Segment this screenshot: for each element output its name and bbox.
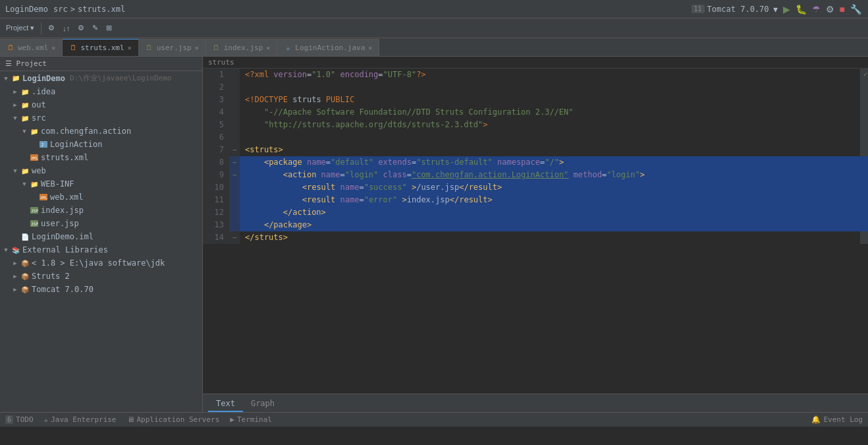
tab-close-web-xml[interactable]: ✕	[51, 44, 55, 51]
linenum-7: 7	[203, 144, 229, 156]
coverage-btn[interactable]: ☂	[811, 3, 822, 16]
debug-btn[interactable]: 🐛	[794, 3, 808, 16]
tree-item-struts-xml[interactable]: ▶ XML struts.xml	[0, 151, 202, 164]
code-2	[240, 81, 860, 94]
label-struts-xml: struts.xml	[41, 153, 88, 162]
gutter-12	[860, 206, 868, 219]
tree-item-action-pkg[interactable]: ▼ 📁 com.chengfan.action	[0, 125, 202, 138]
icon-index-jsp: JSP	[30, 206, 39, 215]
arrow-tomcat: ▶	[12, 286, 18, 293]
event-log-icon: 🔔	[811, 415, 821, 424]
tab-user-jsp[interactable]: 🗒 user.jsp ✕	[139, 39, 206, 56]
fold-11	[229, 194, 240, 206]
tree-item-idea[interactable]: ▶ 📁 .idea	[0, 85, 202, 98]
tab-text[interactable]: Text	[208, 396, 243, 412]
tree-item-jdk[interactable]: ▶ 📦 < 1.8 > E:\java software\jdk	[0, 256, 202, 270]
run-config-indicator: 11	[692, 5, 705, 13]
line-12: 12 </action>	[203, 206, 868, 219]
edit-btn[interactable]: ✎	[89, 22, 101, 34]
folder-icon-action: 📁	[30, 127, 39, 136]
status-java-enterprise[interactable]: ☕ Java Enterprise	[44, 415, 117, 424]
fold-7[interactable]: −	[229, 144, 240, 156]
arrow-web: ▼	[12, 167, 18, 174]
status-terminal[interactable]: ▶ Terminal	[230, 415, 272, 424]
tree-item-logindemo[interactable]: ▼ 📁 LoginDemo D:\作业\javaee\LoginDemo	[0, 71, 202, 85]
tree-item-webinf[interactable]: ▼ 📁 WEB-INF	[0, 177, 202, 191]
tab-label-index-jsp: index.jsp	[224, 44, 263, 52]
svg-text:JSP: JSP	[31, 208, 38, 213]
sync-btn[interactable]: ↓↑	[59, 23, 73, 34]
terminal-icon: ▶	[230, 415, 234, 424]
tab-close-login-action[interactable]: ✕	[368, 44, 372, 51]
linenum-4: 4	[203, 106, 229, 119]
gutter-1: ✓	[860, 69, 868, 81]
tab-close-user-jsp[interactable]: ✕	[195, 44, 199, 51]
tab-graph[interactable]: Graph	[243, 396, 283, 412]
tree-item-src[interactable]: ▼ 📁 src	[0, 111, 202, 125]
gutter-5	[860, 119, 868, 131]
config-btn[interactable]: ⚙	[74, 22, 88, 34]
gutter-14	[860, 231, 868, 244]
label-logindemo-iml: LoginDemo.iml	[32, 232, 94, 241]
profile-btn[interactable]: ⚙	[825, 3, 836, 16]
status-app-servers[interactable]: 🖥 Application Servers	[127, 415, 220, 424]
event-log[interactable]: 🔔 Event Log	[811, 415, 863, 424]
tab-index-jsp[interactable]: 🗒 index.jsp ✕	[206, 39, 278, 56]
icon-struts2: 📦	[20, 272, 30, 281]
tools-btn[interactable]: 🔧	[849, 3, 863, 16]
tomcat-dropdown-btn[interactable]: ▾	[772, 3, 779, 16]
tree-item-web-xml[interactable]: ▶ XML web.xml	[0, 191, 202, 204]
run-btn[interactable]: ▶	[782, 3, 792, 16]
label-web-xml: web.xml	[50, 193, 84, 202]
fold-5	[229, 119, 240, 131]
linenum-2: 2	[203, 81, 229, 94]
linenum-3: 3	[203, 94, 229, 106]
arrow-logindemo: ▼	[3, 75, 9, 82]
gutter-4	[860, 106, 868, 119]
tree-item-struts2[interactable]: ▶ 📦 Struts 2	[0, 270, 202, 283]
settings-btn[interactable]: ⚙	[45, 22, 58, 34]
project-btn[interactable]: Project ▾	[3, 22, 38, 34]
tree-item-web[interactable]: ▼ 📁 web	[0, 164, 202, 177]
fold-13	[229, 219, 240, 231]
label-tomcat: Tomcat 7.0.70	[32, 285, 94, 294]
fold-9[interactable]: −	[229, 169, 240, 181]
expand-btn[interactable]: ⊞	[103, 22, 115, 34]
code-area[interactable]: 1 <?xml version="1.0" encoding="UTF-8"?>…	[203, 69, 868, 394]
fold-8[interactable]: −	[229, 156, 240, 169]
tree-item-tomcat[interactable]: ▶ 📦 Tomcat 7.0.70	[0, 283, 202, 296]
tree-item-out[interactable]: ▶ 📁 out	[0, 98, 202, 111]
fold-12	[229, 206, 240, 219]
tab-close-struts-xml[interactable]: ✕	[128, 44, 132, 51]
tree-item-external-libs[interactable]: ▼ 📚 External Libraries	[0, 243, 202, 256]
tab-web-xml[interactable]: 🗒 web.xml ✕	[0, 39, 63, 56]
tree-item-logindemo-iml[interactable]: ▶ 📄 LoginDemo.iml	[0, 230, 202, 243]
tab-close-index-jsp[interactable]: ✕	[266, 44, 270, 51]
status-todo[interactable]: 6 TODO	[5, 415, 34, 424]
tree-item-index-jsp[interactable]: ▶ JSP index.jsp	[0, 204, 202, 217]
tab-graph-label: Graph	[251, 399, 275, 408]
tab-login-action[interactable]: ☕ LoginAction.java ✕	[277, 39, 379, 56]
line-7: 7 − <struts>	[203, 144, 868, 156]
code-7: <struts>	[240, 144, 860, 156]
label-jdk: < 1.8 > E:\java software\jdk	[32, 258, 165, 268]
line-10: 10 <result name="success" >/user.jsp</re…	[203, 181, 868, 194]
fold-10	[229, 181, 240, 194]
label-webinf: WEB-INF	[41, 179, 74, 189]
line-4: 4 "-//Apache Software Foundation//DTD St…	[203, 106, 868, 119]
linenum-13: 13	[203, 219, 229, 231]
servers-label: Application Servers	[137, 415, 220, 424]
linenum-1: 1	[203, 69, 229, 81]
arrow-out: ▶	[12, 102, 18, 108]
fold-14[interactable]: −	[229, 231, 240, 244]
status-right: 🔔 Event Log	[811, 415, 863, 424]
tree-item-user-jsp[interactable]: ▶ JSP user.jsp	[0, 217, 202, 230]
icon-logindemo-iml: 📄	[20, 232, 30, 241]
status-bar: 6 TODO ☕ Java Enterprise 🖥 Application S…	[0, 412, 868, 427]
gutter-6	[860, 131, 868, 144]
stop-btn[interactable]: ■	[838, 3, 846, 16]
tree-item-loginaction[interactable]: ▶ J LoginAction	[0, 138, 202, 151]
main-layout: ☰ Project ▼ 📁 LoginDemo D:\作业\javaee\Log…	[0, 57, 868, 412]
tab-struts-xml[interactable]: 🗒 struts.xml ✕	[63, 39, 138, 56]
line-9: 9 − <action name="login" class="com.chen…	[203, 169, 868, 181]
